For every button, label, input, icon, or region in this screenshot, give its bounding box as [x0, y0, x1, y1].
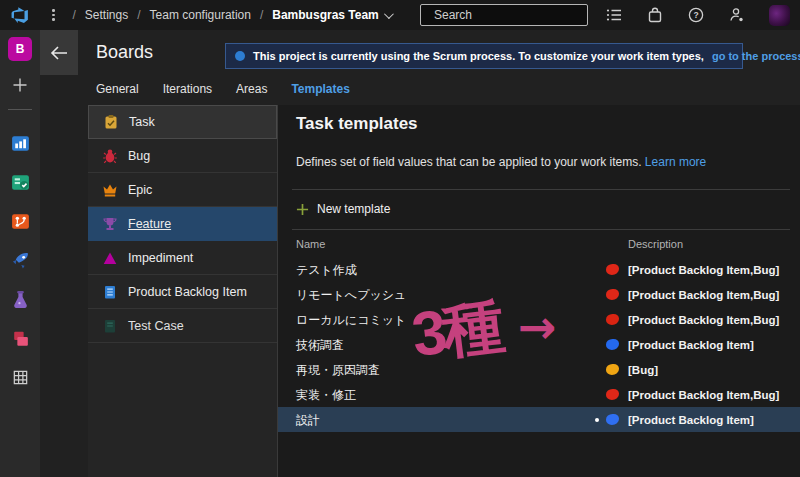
workitem-type-impediment[interactable]: Impediment [88, 241, 277, 275]
impediment-triangle-icon [102, 250, 118, 266]
boards-icon[interactable] [8, 170, 32, 194]
task-list-icon[interactable] [605, 6, 623, 24]
tab-templates[interactable]: Templates [291, 82, 349, 100]
template-row[interactable]: リモートへプッシュ [Product Backlog Item,Bug] [278, 282, 800, 307]
search-box[interactable] [420, 4, 588, 26]
workitem-type-label: Test Case [128, 319, 184, 333]
annotation-dot [606, 314, 619, 325]
template-row[interactable]: テスト作成 [Product Backlog Item,Bug] [278, 257, 800, 282]
azure-devops-logo[interactable] [10, 5, 30, 25]
workitem-type-label: Impediment [128, 251, 193, 265]
svg-text:?: ? [693, 10, 698, 20]
feature-trophy-icon [102, 216, 118, 232]
page-title: Boards [96, 42, 153, 63]
tab-iterations[interactable]: Iterations [163, 82, 212, 100]
kebab-menu-icon[interactable] [48, 5, 59, 25]
annotation-dot [606, 339, 619, 350]
tab-bar: General Iterations Areas Templates [96, 82, 350, 100]
content-area: Boards This project is currently using t… [40, 30, 800, 477]
divider [292, 229, 790, 230]
process-info-banner: This project is currently using the Scru… [225, 43, 743, 69]
back-arrow-icon [50, 46, 68, 60]
template-name[interactable]: 技術調査 [296, 336, 344, 353]
epic-crown-icon [102, 182, 118, 198]
search-input[interactable] [434, 8, 589, 22]
template-name[interactable]: テスト作成 [296, 261, 357, 278]
template-name[interactable]: リモートへプッシュ [296, 286, 406, 303]
annotation-speck [595, 418, 599, 422]
new-template-button[interactable]: New template [296, 202, 390, 216]
workitem-type-label: Feature [128, 217, 171, 231]
template-row[interactable]: 技術調査 [Product Backlog Item] [278, 332, 800, 357]
add-icon[interactable] [12, 77, 28, 97]
divider [292, 189, 790, 190]
repos-icon[interactable] [8, 209, 32, 233]
marketplace-bag-icon[interactable] [646, 6, 664, 24]
template-name[interactable]: 実装・修正 [296, 386, 356, 403]
workitem-type-label: Epic [128, 183, 152, 197]
template-name[interactable]: 設計 [296, 411, 320, 428]
workitem-type-bug[interactable]: Bug [88, 139, 277, 173]
workitem-type-label: Bug [128, 149, 150, 163]
task-clipboard-icon [103, 114, 119, 130]
banner-text: This project is currently using the Scru… [253, 50, 704, 62]
backlog-item-icon [102, 284, 118, 300]
learn-more-link[interactable]: Learn more [645, 155, 706, 169]
template-table: テスト作成 [Product Backlog Item,Bug] リモートへプッ… [278, 257, 800, 432]
template-description: [Product Backlog Item] [628, 414, 754, 426]
templates-description-text: Defines set of field values that can be … [296, 155, 642, 169]
left-navigation-rail: B [0, 30, 40, 477]
test-case-icon [102, 318, 118, 334]
annotation-dot [606, 414, 619, 425]
team-selector-label: Bambusgras Team [272, 8, 378, 22]
column-description: Description [628, 238, 683, 250]
workitem-type-feature[interactable]: Feature [88, 207, 277, 241]
templates-title: Task templates [296, 114, 418, 134]
project-avatar[interactable]: B [8, 37, 32, 61]
process-customization-link[interactable]: go to the process customization page. [712, 50, 800, 62]
tab-areas[interactable]: Areas [236, 82, 267, 100]
templates-description: Defines set of field values that can be … [296, 155, 706, 169]
annotation-dot [606, 389, 619, 400]
workitem-type-label: Task [129, 115, 155, 129]
template-name[interactable]: ローカルにコミット [296, 311, 406, 328]
overview-icon[interactable] [8, 131, 32, 155]
breadcrumb-settings[interactable]: Settings [85, 8, 128, 22]
breadcrumb-team-configuration[interactable]: Team configuration [150, 8, 251, 22]
workitem-type-product-backlog-item[interactable]: Product Backlog Item [88, 275, 277, 309]
grid-icon[interactable] [8, 365, 32, 389]
workitem-type-epic[interactable]: Epic [88, 173, 277, 207]
test-plans-icon[interactable] [8, 287, 32, 311]
azure-devops-logo-glyph [11, 6, 29, 24]
pipelines-icon[interactable] [8, 248, 32, 272]
template-row[interactable]: 再現・原因調査 [Bug] [278, 357, 800, 382]
template-name[interactable]: 再現・原因調査 [296, 361, 380, 378]
user-settings-icon[interactable] [728, 6, 746, 24]
topbar-actions: ? [605, 0, 790, 30]
template-description: [Product Backlog Item,Bug] [628, 314, 779, 326]
chevron-down-icon [384, 9, 394, 19]
template-row-selected[interactable]: 設計 [Product Backlog Item] [278, 407, 800, 432]
user-avatar[interactable] [769, 5, 790, 26]
template-description: [Bug] [628, 364, 658, 376]
tab-general[interactable]: General [96, 82, 139, 100]
template-row[interactable]: ローカルにコミット [Product Backlog Item,Bug] [278, 307, 800, 332]
breadcrumb-separator: / [73, 8, 76, 22]
back-button[interactable] [40, 30, 78, 75]
breadcrumb-separator: / [260, 8, 263, 22]
help-icon[interactable]: ? [687, 6, 705, 24]
info-icon [235, 51, 245, 61]
team-selector[interactable]: Bambusgras Team [272, 8, 390, 22]
workitem-type-task[interactable]: Task [88, 105, 277, 139]
annotation-dot [606, 289, 619, 300]
template-row[interactable]: 実装・修正 [Product Backlog Item,Bug] [278, 382, 800, 407]
workitem-type-test-case[interactable]: Test Case [88, 309, 277, 343]
annotation-dot [606, 364, 619, 375]
table-header: Name Description [278, 238, 800, 256]
bug-icon [102, 148, 118, 164]
column-name: Name [296, 238, 325, 250]
artifacts-icon[interactable] [8, 326, 32, 350]
plus-icon [296, 203, 309, 216]
breadcrumb-separator: / [137, 8, 140, 22]
template-description: [Product Backlog Item,Bug] [628, 264, 779, 276]
